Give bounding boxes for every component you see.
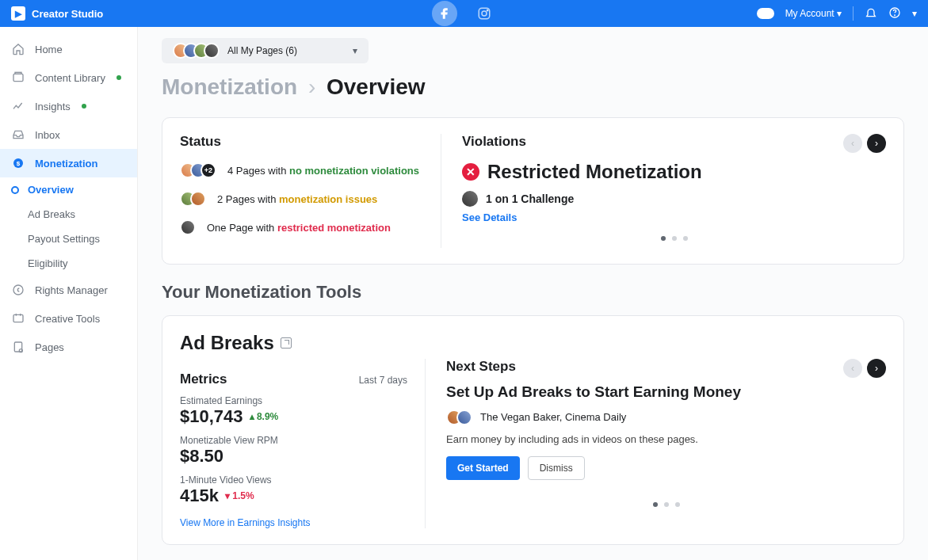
top-right: My Account ▾ ▾ [757, 6, 917, 21]
sidebar-item-label: Pages [35, 341, 64, 353]
sub-item-eligibility[interactable]: Eligibility [0, 251, 137, 276]
next-arrow[interactable]: › [867, 359, 886, 378]
svg-rect-5 [13, 74, 23, 81]
delta-down: ▾ 1.5% [225, 490, 254, 501]
sidebar-item-rights-manager[interactable]: Rights Manager [0, 276, 137, 304]
svg-rect-11 [14, 342, 21, 352]
prev-arrow: ‹ [843, 134, 862, 153]
estimated-earnings-value: $10,743 ▴ 8.9% [180, 406, 407, 427]
x-circle-icon: ✕ [462, 163, 479, 181]
view-rpm-value: $8.50 [180, 446, 407, 467]
status-title: Status [180, 134, 423, 150]
top-bar: ▶ Creator Studio My Account ▾ ▾ [0, 0, 928, 27]
metric-label: 1-Minute Video Views [180, 474, 407, 486]
avatar [757, 8, 774, 19]
chevron-right-icon: › [308, 74, 315, 99]
svg-rect-6 [15, 72, 21, 74]
next-arrow[interactable]: › [867, 134, 886, 153]
adbreaks-card: Ad Breaks Metrics Last 7 days Estimated … [162, 315, 904, 545]
carousel-dots [462, 236, 886, 241]
external-link-icon[interactable] [281, 337, 292, 349]
adbreaks-title: Ad Breaks [180, 332, 886, 354]
status-card: Status +2 4 Pages with no monetization v… [162, 117, 904, 265]
facebook-icon[interactable] [432, 1, 457, 26]
svg-point-4 [895, 15, 896, 16]
page-avatars [173, 43, 220, 59]
svg-point-12 [19, 349, 22, 352]
page-selector-label: All My Pages (6) [227, 45, 297, 56]
sidebar-item-label: Insights [35, 101, 71, 112]
platform-switcher [432, 1, 497, 26]
sub-item-payout-settings[interactable]: Payout Settings [0, 227, 137, 251]
help-icon[interactable] [888, 6, 901, 21]
library-icon [11, 71, 25, 84]
tools-heading: Your Monetization Tools [162, 282, 904, 303]
chevron-down-icon[interactable]: ▾ [912, 8, 917, 19]
svg-rect-10 [13, 314, 23, 322]
breadcrumb: Monetization › Overview [162, 74, 904, 100]
page-selector[interactable]: All My Pages (6) ▾ [162, 38, 369, 63]
bell-icon[interactable] [865, 6, 877, 21]
page-title: Overview [327, 74, 426, 99]
delta-up: ▴ 8.9% [250, 411, 279, 422]
breadcrumb-parent[interactable]: Monetization [162, 74, 297, 99]
new-badge [82, 104, 86, 109]
sub-item-ad-breaks[interactable]: Ad Breaks [0, 202, 137, 227]
svg-point-1 [482, 11, 487, 16]
sidebar-item-content-library[interactable]: Content Library [0, 63, 137, 92]
sidebar-item-home[interactable]: Home [0, 35, 137, 63]
sidebar-item-label: Content Library [35, 72, 105, 84]
sidebar-item-label: Home [35, 44, 63, 55]
sidebar: Home Content Library Insights Inbox $ Mo… [0, 27, 138, 560]
status-row-good[interactable]: +2 4 Pages with no monetization violatio… [180, 162, 423, 178]
sub-item-overview[interactable]: Overview [0, 177, 137, 202]
main-content: All My Pages (6) ▾ Monetization › Overvi… [138, 27, 928, 560]
next-steps-pages: The Vegan Baker, Cinema Daily [446, 410, 886, 425]
sidebar-item-label: Rights Manager [35, 284, 108, 296]
video-views-value: 415k ▾ 1.5% [180, 486, 407, 506]
get-started-button[interactable]: Get Started [446, 456, 520, 480]
svg-point-2 [487, 10, 488, 11]
copyright-icon [11, 284, 25, 296]
carousel-dots [446, 502, 886, 507]
prev-arrow: ‹ [843, 359, 862, 378]
inbox-icon [11, 128, 25, 141]
account-menu[interactable]: My Account ▾ [785, 8, 842, 19]
sidebar-item-label: Inbox [35, 129, 60, 141]
creator-studio-icon: ▶ [11, 6, 25, 21]
home-icon [11, 43, 25, 55]
brand[interactable]: ▶ Creator Studio [11, 6, 103, 21]
next-steps-desc: Earn money by including ads in videos on… [446, 433, 886, 445]
violation-heading: ✕ Restricted Monetization [462, 161, 886, 183]
sidebar-item-monetization[interactable]: $ Monetization [0, 149, 137, 177]
violations-title: Violations [462, 134, 886, 150]
status-row-warn[interactable]: 2 Pages with monetization issues [180, 191, 423, 207]
next-steps-title: Next Steps [446, 359, 886, 375]
status-row-restricted[interactable]: One Page with restricted monetization [180, 219, 423, 235]
sidebar-item-pages[interactable]: Pages [0, 333, 137, 361]
metric-label: Monetizable View RPM [180, 435, 407, 446]
new-badge [116, 75, 121, 80]
dollar-icon: $ [11, 157, 25, 170]
insights-icon [11, 100, 25, 112]
metrics-title: Metrics [180, 371, 227, 387]
chevron-down-icon: ▾ [353, 45, 357, 56]
sidebar-item-label: Monetization [35, 158, 97, 170]
violation-page: 1 on 1 Challenge [462, 191, 886, 207]
sidebar-item-label: Creative Tools [35, 313, 100, 325]
next-steps-heading: Set Up Ad Breaks to Start Earning Money [446, 383, 886, 402]
brand-label: Creator Studio [32, 8, 103, 20]
sidebar-item-creative-tools[interactable]: Creative Tools [0, 304, 137, 333]
dismiss-button[interactable]: Dismiss [528, 456, 585, 480]
divider [853, 6, 854, 21]
metrics-range: Last 7 days [359, 375, 407, 386]
pages-icon [11, 341, 25, 353]
sidebar-item-insights[interactable]: Insights [0, 92, 137, 120]
metric-label: Estimated Earnings [180, 395, 407, 406]
instagram-icon[interactable] [472, 1, 497, 26]
svg-text:$: $ [17, 160, 21, 167]
see-details-link[interactable]: See Details [462, 211, 886, 223]
view-more-link[interactable]: View More in Earnings Insights [180, 517, 407, 528]
tools-icon [11, 312, 25, 325]
sidebar-item-inbox[interactable]: Inbox [0, 120, 137, 149]
